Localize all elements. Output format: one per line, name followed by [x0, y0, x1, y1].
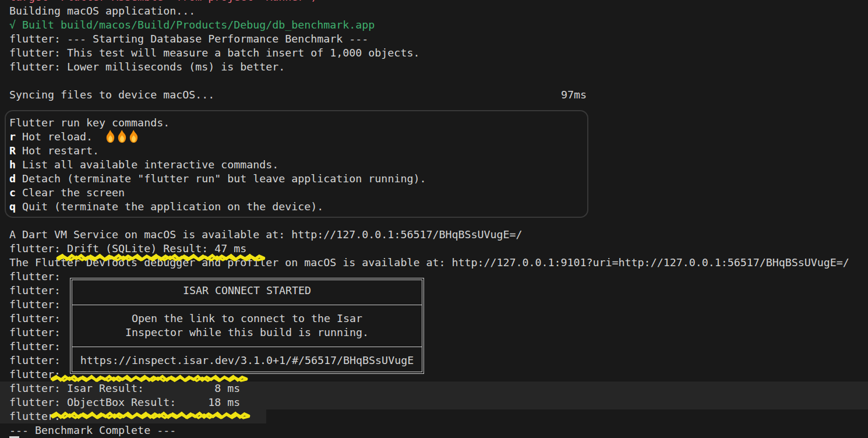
flutter-prefix: flutter:	[9, 284, 61, 296]
key-d: d	[9, 172, 16, 185]
devtools-url[interactable]: http://127.0.0.1:9101?uri=http://127.0.0…	[451, 256, 849, 269]
benchmark-start-line: flutter: --- Starting Database Performan…	[9, 32, 368, 46]
command-hot-reload: r Hot reload.	[9, 130, 140, 144]
building-line: Building macOS application...	[9, 4, 195, 18]
command-quit: q Quit (terminate the application on the…	[9, 200, 323, 214]
flutter-prefix-line: flutter:	[9, 270, 61, 284]
flutter-prefix: flutter:	[9, 312, 61, 324]
key-h: h	[9, 158, 16, 171]
command-detach: d Detach (terminate "flutter run" but le…	[9, 172, 426, 186]
syncing-time: 97ms	[561, 88, 587, 102]
command-clear: c Clear the screen	[9, 186, 125, 200]
isar-url-line: flutter:https://inspect.isar.dev/3.1.0+1…	[9, 354, 61, 368]
isar-result-line: flutter: Isar Result: 8 ms	[9, 382, 240, 395]
xcode-note-line: target 'Flutter Assemble' from project '…	[9, 0, 317, 4]
flutter-prefix: flutter:	[9, 354, 61, 366]
isar-message-line2: flutter:Inspector while this build is ru…	[9, 326, 61, 340]
isar-box-divider	[72, 305, 422, 305]
isar-title-line: flutter:ISAR CONNECT STARTED	[9, 284, 61, 298]
key-R: R	[9, 144, 16, 157]
highlight-scribble-drift	[56, 253, 267, 262]
flutter-prefix-line: flutter:	[9, 298, 61, 312]
flutter-prefix: flutter:	[9, 326, 61, 338]
objectbox-result-line: flutter: ObjectBox Result: 18 ms	[9, 395, 240, 409]
flutter-prefix-line: flutter:	[9, 340, 61, 354]
command-hot-restart: R Hot restart.	[9, 144, 99, 158]
syncing-label: Syncing files to device macOS...	[9, 89, 214, 101]
command-label: Quit (terminate the application on the d…	[16, 200, 323, 213]
run-commands-title: Flutter run key commands.	[9, 116, 170, 130]
benchmark-complete-line: --- Benchmark Complete ---	[9, 423, 176, 437]
command-label: List all available interactive commands.	[16, 158, 278, 171]
isar-box-divider	[72, 347, 422, 347]
isar-message-1: Open the link to connect to the Isar	[70, 312, 424, 326]
command-label: Hot restart.	[16, 144, 99, 157]
fire-icon	[105, 130, 140, 146]
command-label: Clear the screen	[16, 186, 125, 199]
isar-message-line1: flutter:Open the link to connect to the …	[9, 312, 61, 326]
isar-message-2: Inspector while this build is running.	[70, 326, 424, 340]
command-list: h List all available interactive command…	[9, 158, 278, 172]
isar-inspector-url[interactable]: https://inspect.isar.dev/3.1.0+1/#/56517…	[70, 354, 424, 368]
highlight-scribble-objectbox	[50, 411, 252, 420]
vm-service-text: A Dart VM Service on macOS is available …	[9, 228, 291, 241]
command-label: Hot reload.	[16, 130, 99, 143]
highlight-scribble-isar	[50, 374, 249, 383]
benchmark-desc-line: flutter: This test will measure a batch …	[9, 46, 419, 60]
key-r: r	[9, 130, 16, 143]
vm-service-line: A Dart VM Service on macOS is available …	[9, 228, 523, 242]
benchmark-note-line: flutter: Lower milliseconds (ms) is bett…	[9, 60, 285, 74]
syncing-line: Syncing files to device macOS...97ms	[9, 88, 214, 102]
command-label: Detach (terminate "flutter run" but leav…	[16, 172, 426, 185]
vm-service-url[interactable]: http://127.0.0.1:56517/BHqBSsUVugE=/	[291, 228, 522, 241]
key-q: q	[9, 200, 16, 213]
terminal-output: target 'Flutter Assemble' from project '…	[0, 0, 868, 438]
isar-connect-title: ISAR CONNECT STARTED	[70, 284, 424, 298]
key-c: c	[9, 186, 16, 199]
built-success-line: √ Built build/macos/Build/Products/Debug…	[9, 18, 375, 32]
